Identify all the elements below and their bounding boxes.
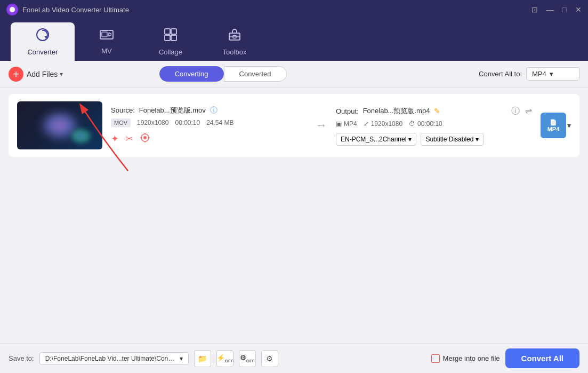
settings-icon: ⚙ [266,354,273,363]
output-resolution-label: 1920x1080 [371,120,402,128]
output-edit-icon[interactable]: ✎ [434,107,440,115]
video-thumbnail [17,101,102,149]
merge-checkbox-area: Merge into one file [431,354,500,363]
maximize-button[interactable]: □ [562,5,567,14]
video-item-card: Source: Fonelab...预览版.mov ⓘ MOV 1920x108… [9,94,579,157]
nav-bar: Converter MV Collage [0,19,588,61]
format-badge-chevron-icon[interactable]: ▾ [567,121,571,130]
output-controls-row: EN-PCM_S...2Channel ▾ Subtitle Disabled … [336,133,532,146]
flash-off-button[interactable]: ⚡OFF [216,350,233,367]
source-meta-row: MOV 1920x1080 00:00:10 24.54 MB [111,118,307,127]
source-filesize: 24.54 MB [206,119,233,126]
save-path-text: D:\FoneLab\FoneLab Vid...ter Ultimate\Co… [45,355,176,362]
collage-icon [164,28,178,45]
tab-mv[interactable]: MV [75,22,139,61]
save-path-dropdown-icon: ▾ [180,355,183,362]
mv-icon [100,29,114,44]
add-files-plus-button[interactable]: + [9,67,23,82]
hardware-accel-button[interactable]: ⚙OFF [239,350,256,367]
app-title: FoneLab Video Converter Ultimate [22,6,129,14]
title-bar-left: FoneLab Video Converter Ultimate [6,4,129,15]
converting-tab[interactable]: Converting [159,66,224,82]
source-resolution: 1920x1080 [137,119,168,126]
output-duration-icon: ⏱ [409,120,415,128]
settings-button[interactable]: ⚙ [261,350,278,367]
subtitle-value: Subtitle Disabled [425,136,473,143]
hardware-icon: ⚙OFF [240,354,255,363]
converter-icon [36,28,50,45]
effects-icon[interactable] [140,132,150,146]
subtitle-dropdown-icon: ▾ [476,136,479,143]
tab-converter[interactable]: Converter [11,22,75,61]
output-duration-item: ⏱ 00:00:10 [409,120,442,128]
source-info: Source: Fonelab...预览版.mov ⓘ MOV 1920x108… [111,106,307,146]
format-select[interactable]: MP4 ▾ [526,67,579,81]
svg-rect-10 [171,35,176,41]
output-resolution-icon: ⤢ [364,120,369,128]
audio-track-dropdown-icon: ▾ [408,136,412,143]
format-badge-button[interactable]: 📄 MP4 [541,113,566,138]
tab-collage-label: Collage [159,48,182,56]
enhance-icon[interactable]: ✦ [111,133,119,145]
convert-all-to-label: Convert All to: [479,70,522,78]
output-meta-row: ▣ MP4 ⤢ 1920x1080 ⏱ 00:00:10 [336,120,532,128]
merge-checkbox[interactable] [431,354,440,363]
captions-icon[interactable]: ⊡ [531,5,538,14]
action-icons-row: ✦ ✂ [111,132,307,146]
content-area: Source: Fonelab...预览版.mov ⓘ MOV 1920x108… [0,88,588,343]
output-info-icon[interactable]: ⓘ [511,106,520,117]
open-folder-button[interactable]: 📁 [194,350,211,367]
svg-rect-3 [102,32,107,37]
close-button[interactable]: ✕ [575,5,582,14]
output-format-item: ▣ MP4 [336,120,357,128]
format-value: MP4 [532,70,546,78]
bottom-bar: Save to: D:\FoneLab\FoneLab Vid...ter Ul… [0,343,588,373]
output-format-icon: ▣ [336,120,342,128]
add-files-label[interactable]: Add Files [27,70,58,78]
svg-point-15 [143,136,147,139]
source-duration: 00:00:10 [175,119,200,126]
output-info: Output: Fonelab...预览版.mp4 ✎ ⓘ ⇌ ▣ MP4 ⤢ … [336,106,532,146]
arrow-divider: → [316,118,327,132]
add-files-dropdown-icon[interactable]: ▾ [60,70,63,78]
format-dropdown-chevron-icon: ▾ [550,70,553,78]
source-info-icon[interactable]: ⓘ [210,106,218,115]
svg-rect-8 [171,29,176,34]
output-format-label: MP4 [344,120,357,128]
save-path-select[interactable]: D:\FoneLab\FoneLab Vid...ter Ultimate\Co… [39,352,189,365]
output-filename: Fonelab...预览版.mp4 [363,106,430,116]
source-filename: Fonelab...预览版.mov [139,106,206,115]
audio-track-select[interactable]: EN-PCM_S...2Channel ▾ [336,133,416,146]
cut-icon[interactable]: ✂ [125,133,133,145]
title-bar-controls: ⊡ — □ ✕ [531,5,582,14]
toolbox-icon [228,28,241,45]
tab-converter-label: Converter [27,48,58,56]
title-bar: FoneLab Video Converter Ultimate ⊡ — □ ✕ [0,0,588,19]
tab-collage[interactable]: Collage [139,22,203,61]
tab-mv-label: MV [101,47,112,55]
source-format-badge: MOV [111,118,131,127]
minimize-button[interactable]: — [546,5,554,14]
source-row: Source: Fonelab...预览版.mov ⓘ [111,106,307,115]
audio-track-value: EN-PCM_S...2Channel [341,136,406,143]
output-label: Output: [336,107,359,115]
format-badge-icon: 📄 [550,119,557,126]
output-duration-label: 00:00:10 [417,120,442,128]
toolbar-tabs: Converting Converted [159,66,287,82]
flash-off-icon: ⚡OFF [216,354,233,363]
subtitle-select[interactable]: Subtitle Disabled ▾ [421,133,484,146]
app-logo [6,4,18,15]
thumb-splash2 [70,128,92,144]
output-swap-icon[interactable]: ⇌ [525,106,532,117]
toolbar: + Add Files ▾ Converting Converted Conve… [0,61,588,88]
tab-toolbox-label: Toolbox [223,48,247,56]
source-label: Source: [111,106,135,114]
format-badge-area: 📄 MP4 ▾ [541,113,571,138]
save-to-label: Save to: [9,354,34,362]
converted-tab[interactable]: Converted [224,66,287,82]
output-resolution-item: ⤢ 1920x1080 [364,120,402,128]
svg-rect-9 [165,35,170,41]
tab-toolbox[interactable]: Toolbox [203,22,267,61]
convert-all-button[interactable]: Convert All [505,348,579,368]
output-row: Output: Fonelab...预览版.mp4 ✎ ⓘ ⇌ [336,106,532,117]
